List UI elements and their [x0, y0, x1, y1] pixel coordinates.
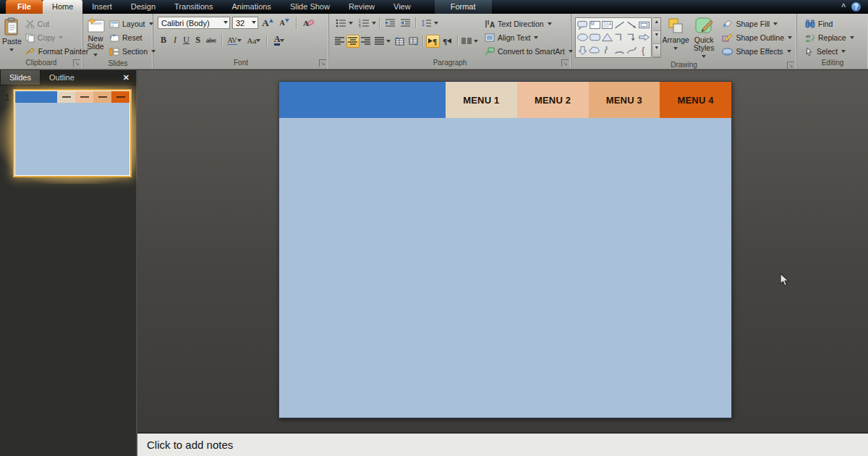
shape-effects-button[interactable]: Shape Effects — [720, 45, 794, 58]
outline-tab[interactable]: Outline — [41, 70, 83, 85]
copy-dropdown-arrow[interactable] — [59, 36, 63, 41]
text-shadow-button[interactable]: S — [192, 34, 203, 47]
tab-home[interactable]: Home — [43, 0, 82, 14]
bullets-button[interactable] — [333, 17, 348, 30]
text-direction-button[interactable]: A Text Direction — [482, 17, 575, 30]
collapse-ribbon-button[interactable]: ^ — [841, 3, 846, 11]
right-to-left-text-button[interactable]: ¶ — [441, 35, 454, 48]
increase-indent-button[interactable] — [398, 17, 412, 30]
shape-curve[interactable] — [626, 44, 638, 56]
menu-tab-3[interactable]: MENU 3 — [589, 82, 660, 118]
shapes-scroll-up-button[interactable]: ▲ — [653, 18, 660, 31]
bold-button[interactable]: B — [158, 34, 169, 47]
character-spacing-button[interactable]: AV — [225, 34, 244, 47]
line-spacing-button[interactable] — [419, 17, 433, 30]
shape-left-brace[interactable]: { — [638, 44, 650, 56]
new-slide-button[interactable]: New Slide — [85, 15, 106, 59]
reset-button[interactable]: Reset — [107, 31, 158, 44]
copy-button[interactable]: Copy — [23, 31, 90, 44]
slides-tab[interactable]: Slides — [0, 70, 41, 85]
strikethrough-button[interactable]: abc — [204, 34, 218, 47]
quick-styles-dropdown-arrow[interactable] — [702, 55, 706, 60]
tab-transitions[interactable]: Transitions — [165, 0, 222, 14]
shape-arc[interactable] — [613, 44, 626, 56]
format-painter-button[interactable]: Format Painter — [23, 45, 90, 58]
drawing-dialog-launcher[interactable]: ↘ — [787, 62, 794, 69]
align-center-button[interactable] — [346, 35, 359, 48]
line-spacing-dropdown-arrow[interactable] — [434, 22, 438, 27]
shapes-more-button[interactable]: ▼ — [653, 44, 660, 57]
shrink-font-button[interactable]: A — [277, 17, 292, 30]
italic-button[interactable]: I — [170, 34, 180, 47]
shape-text-box[interactable]: A — [589, 19, 601, 31]
columns-button[interactable] — [461, 35, 473, 48]
shape-outline-button[interactable]: Shape Outline — [720, 31, 794, 44]
tab-slide-show[interactable]: Slide Show — [281, 0, 339, 14]
shape-frame[interactable] — [638, 19, 650, 31]
text-direction-dropdown-arrow[interactable] — [548, 22, 552, 28]
help-button[interactable]: ? — [851, 2, 861, 12]
section-button[interactable]: Section — [107, 45, 158, 58]
left-to-right-text-button[interactable]: ¶ — [426, 35, 440, 48]
new-slide-dropdown-arrow[interactable] — [93, 54, 98, 59]
shape-fill-dropdown-arrow[interactable] — [773, 22, 778, 28]
clipboard-dialog-launcher[interactable]: ↘ — [73, 59, 80, 67]
shape-cloud[interactable] — [589, 44, 601, 56]
tab-view[interactable]: View — [384, 0, 420, 14]
align-left-button[interactable] — [333, 35, 346, 48]
change-case-button[interactable]: Aa — [244, 34, 263, 47]
arrange-button[interactable]: Arrange — [663, 15, 689, 60]
numbering-button[interactable]: 123 — [357, 17, 371, 30]
grow-font-button[interactable]: A — [260, 17, 275, 30]
shape-outline-dropdown-arrow[interactable] — [788, 36, 792, 41]
align-right-button[interactable] — [360, 35, 373, 48]
justify-dropdown-arrow[interactable] — [386, 40, 391, 45]
shape-triangle[interactable] — [601, 31, 613, 43]
columns-dropdown-arrow[interactable] — [474, 40, 478, 45]
shape-elbow-connector[interactable] — [613, 31, 626, 43]
clear-formatting-button[interactable]: A — [301, 17, 315, 30]
shapes-scroll-down-button[interactable]: ▼ — [653, 31, 660, 44]
shape-down-arrow[interactable] — [576, 44, 589, 56]
quick-styles-button[interactable]: Quick Styles — [691, 15, 718, 60]
tab-animations[interactable]: Animations — [222, 0, 280, 14]
tab-review[interactable]: Review — [339, 0, 384, 14]
paste-dropdown-arrow[interactable] — [9, 48, 14, 54]
slide-title-rectangle[interactable] — [279, 82, 446, 118]
shape-scribble[interactable] — [601, 44, 613, 56]
menu-tab-1[interactable]: MENU 1 — [446, 82, 517, 118]
tab-design[interactable]: Design — [122, 0, 165, 14]
find-button[interactable]: Find — [803, 17, 856, 30]
cut-button[interactable]: Cut — [23, 17, 90, 30]
layout-button[interactable]: Layout — [107, 17, 158, 30]
paragraph-dialog-launcher[interactable]: ↘ — [561, 59, 569, 67]
notes-pane[interactable]: Click to add notes — [137, 432, 868, 456]
shape-vertical-text-box[interactable]: A — [601, 19, 613, 31]
menu-tab-4[interactable]: MENU 4 — [660, 82, 731, 118]
paste-button[interactable]: Paste — [2, 15, 22, 58]
close-panel-button[interactable]: ✕ — [116, 70, 136, 85]
menu-tab-2[interactable]: MENU 2 — [517, 82, 589, 118]
slide-body[interactable] — [279, 118, 731, 418]
shape-effects-dropdown-arrow[interactable] — [787, 50, 791, 55]
shape-line[interactable] — [613, 19, 626, 31]
shape-right-arrow[interactable] — [638, 31, 650, 43]
shape-rounded-rectangle[interactable] — [589, 31, 601, 43]
tab-file[interactable]: File — [6, 0, 43, 14]
add-space-after-icon-button[interactable] — [407, 35, 420, 48]
bullets-dropdown-arrow[interactable] — [349, 22, 353, 27]
shape-arrow[interactable] — [626, 19, 638, 31]
slide[interactable]: MENU 1 MENU 2 MENU 3 MENU 4 — [278, 81, 732, 418]
shape-speech-bubble[interactable] — [576, 19, 589, 31]
convert-smartart-button[interactable]: Convert to SmartArt — [482, 45, 575, 58]
font-size-combobox[interactable]: 32 — [232, 17, 258, 29]
shape-fill-button[interactable]: Shape Fill — [720, 17, 794, 30]
add-space-before-icon-button[interactable] — [393, 35, 406, 48]
tab-insert[interactable]: Insert — [82, 0, 122, 14]
justify-button[interactable] — [373, 35, 386, 48]
font-color-button[interactable]: A — [270, 34, 289, 47]
select-button[interactable]: Select — [803, 45, 856, 58]
replace-button[interactable]: abac Replace — [803, 31, 856, 44]
font-dialog-launcher[interactable]: ↘ — [319, 59, 326, 67]
select-dropdown-arrow[interactable] — [841, 50, 846, 55]
